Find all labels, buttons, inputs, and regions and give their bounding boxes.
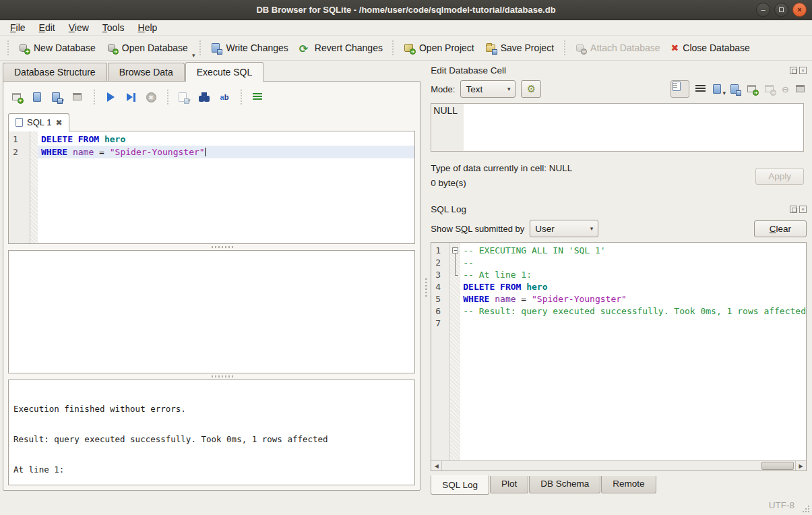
tab-execute-sql[interactable]: Execute SQL [185, 62, 264, 82]
execute-all-button[interactable] [102, 89, 119, 105]
sql-editor[interactable]: 1 2 DELETE FROM hero WHERE name = "Spide… [8, 131, 415, 244]
sql-document-icon [15, 118, 23, 127]
cell-value-editor[interactable]: NULL [431, 103, 804, 152]
edit-cell-title: Edit Database Cell [431, 65, 506, 75]
toolbar-separator [198, 40, 201, 55]
mode-label: Mode: [431, 84, 455, 94]
menubar: File Edit View Tools Help [0, 20, 812, 36]
auto-switch-mode-button[interactable]: ⚙ [521, 80, 541, 98]
right-pane: Edit Database Cell × Mode: Text ▾ ⚙ ▾ [428, 61, 812, 495]
print-sql-button[interactable] [69, 89, 86, 105]
apply-button: Apply [755, 168, 804, 185]
save-project-button[interactable]: Save Project [480, 39, 559, 57]
sql1-tab[interactable]: SQL 1 ✖ [8, 113, 69, 131]
dock-tab-plot[interactable]: Plot [490, 476, 528, 493]
dock-tab-db-schema[interactable]: DB Schema [529, 476, 600, 493]
attach-database-button: ∞ Attach Database [569, 39, 666, 57]
execute-line-button[interactable] [122, 89, 139, 105]
encoding-indicator[interactable]: UTF-8 [769, 500, 794, 510]
menu-help[interactable]: Help [132, 21, 164, 34]
splitter-handle[interactable] [8, 244, 415, 250]
submitted-by-select[interactable]: User ▾ [530, 220, 598, 237]
mode-select[interactable]: Text ▾ [460, 80, 516, 98]
sql-toolbar: + ▾ ✖ [8, 87, 415, 107]
main-toolbar: + New Database ➜ Open Database ▾ Write C… [0, 36, 812, 61]
clear-log-button[interactable]: Clear [754, 220, 807, 237]
write-changes-icon [210, 42, 222, 54]
dock-close-icon[interactable]: × [799, 206, 807, 213]
results-grid[interactable] [8, 250, 415, 373]
menu-file[interactable]: File [4, 21, 32, 34]
new-database-button[interactable]: + New Database [13, 39, 101, 57]
resize-grip[interactable] [802, 505, 810, 513]
write-changes-button[interactable]: Write Changes [205, 39, 293, 57]
menu-tools[interactable]: Tools [96, 21, 131, 34]
sql-log-box: 1 2 3 4 5 6 7 − -- EXECUTING ALL IN 'SQL… [431, 242, 807, 471]
text-view-button[interactable] [670, 80, 689, 98]
gear-icon: ⚙ [527, 83, 536, 95]
dock-float-icon[interactable] [790, 206, 797, 213]
statusbar: UTF-8 [0, 495, 812, 515]
close-button[interactable]: × [792, 3, 807, 17]
message-line: Execution finished without errors. [13, 404, 410, 414]
open-database-button[interactable]: ➜ Open Database [101, 39, 193, 57]
dock-tabbar: SQL Log Plot DB Schema Remote [429, 471, 808, 495]
editor-code-area[interactable]: DELETE FROM hero WHERE name = "Spider-Yo… [38, 131, 414, 243]
revert-changes-button[interactable]: ⟳ Revert Changes [294, 39, 388, 57]
menu-edit[interactable]: Edit [33, 21, 61, 34]
toolbar-separator [392, 40, 395, 55]
toolbar-separator [92, 90, 96, 104]
word-wrap-icon[interactable] [695, 85, 706, 93]
filter-label: Show SQL submitted by [431, 224, 524, 234]
open-database-dropdown[interactable]: ▾ [192, 52, 195, 60]
print-cell-button[interactable] [795, 84, 807, 95]
text-document-icon [671, 81, 683, 92]
import-cell-button[interactable]: ▾ [712, 84, 723, 95]
sql1-tab-close-icon[interactable]: ✖ [55, 118, 62, 127]
scroll-left-icon[interactable]: ◀ [431, 461, 442, 471]
open-project-button[interactable]: ➜ Open Project [398, 39, 480, 57]
find-replace-button[interactable]: ab [216, 89, 233, 105]
splitter-handle[interactable] [8, 373, 415, 380]
new-sql-tab-button[interactable]: + [8, 89, 26, 105]
format-sql-button[interactable] [249, 89, 266, 105]
dock-tab-remote[interactable]: Remote [601, 476, 656, 493]
log-horizontal-scrollbar[interactable]: ◀ ▶ [431, 460, 806, 471]
save-sql-icon [51, 92, 62, 103]
dock-close-icon[interactable]: × [799, 67, 807, 74]
tab-browse-data[interactable]: Browse Data [108, 63, 185, 82]
open-sql-file-button[interactable] [28, 89, 46, 105]
scrollbar-thumb[interactable] [761, 462, 794, 470]
text-cursor [205, 148, 206, 156]
copy-link-button: ∞ [764, 84, 776, 95]
export-cell-button[interactable] [729, 84, 741, 95]
editor-fold-margin [30, 131, 38, 243]
sql-tab-row: SQL 1 ✖ [8, 111, 415, 131]
minimize-button[interactable]: – [756, 3, 770, 17]
log-fold-margin[interactable]: − [450, 243, 460, 460]
menu-view[interactable]: View [63, 21, 95, 34]
scroll-right-icon[interactable]: ▶ [795, 461, 806, 471]
find-button[interactable] [195, 89, 213, 105]
log-line-numbers: 1 2 3 4 5 6 7 [431, 243, 450, 460]
dock-tab-sql-log[interactable]: SQL Log [431, 475, 489, 495]
edit-cell-dock-header: Edit Database Cell × [429, 63, 808, 78]
maximize-icon [779, 7, 784, 12]
left-pane: Database Structure Browse Data Execute S… [0, 61, 424, 495]
sql-log-dock-header: SQL Log × [429, 202, 808, 216]
open-external-button[interactable]: ➜ [747, 84, 758, 95]
tab-database-structure[interactable]: Database Structure [3, 63, 107, 82]
dock-float-icon[interactable] [790, 67, 797, 74]
log-code-area[interactable]: -- EXECUTING ALL IN 'SQL 1' -- -- At lin… [460, 243, 806, 460]
maximize-button[interactable] [774, 3, 788, 17]
find-replace-icon: ab [220, 93, 229, 101]
cell-size-info: 0 byte(s) [431, 176, 572, 191]
toolbar-separator [239, 90, 243, 104]
new-tab-icon: + [11, 92, 23, 103]
cell-toolbar: ▾ ➜ ∞ ⊖ [670, 80, 807, 98]
cell-type-info: Type of data currently in cell: NULL [431, 161, 572, 176]
fold-collapse-icon[interactable]: − [452, 247, 458, 253]
open-sql-icon [32, 92, 43, 103]
close-database-button[interactable]: ✖ Close Database [666, 39, 755, 57]
save-sql-file-button[interactable]: ▾ [49, 89, 66, 105]
